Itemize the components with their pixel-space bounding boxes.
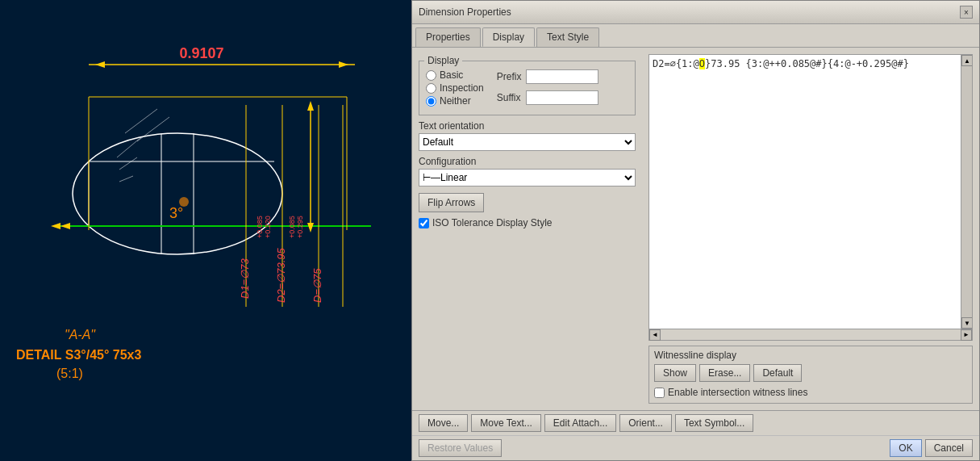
radio-neither-label: Neither bbox=[440, 95, 471, 107]
intersection-witness-label: Enable intersection witness lines bbox=[668, 387, 807, 398]
move-button[interactable]: Move... bbox=[419, 414, 468, 432]
text-orientation-section: Text orientation Default Horizontal Vert… bbox=[419, 120, 636, 151]
witnessline-buttons: Show Erase... Default bbox=[649, 363, 972, 385]
scroll-down-arrow[interactable]: ▼ bbox=[961, 317, 972, 329]
dimension-text-content[interactable]: D2=∅{1:@O}73.95 {3:@++0.085@#}{4:@-+0.29… bbox=[649, 55, 961, 329]
svg-text:DETAIL S3°/45° 75x3: DETAIL S3°/45° 75x3 bbox=[16, 348, 141, 362]
radio-neither-row: Neither bbox=[426, 95, 484, 107]
radio-basic-label: Basic bbox=[440, 69, 463, 81]
prefix-input[interactable] bbox=[526, 69, 598, 84]
dialog-right-panel: D2=∅{1:@O}73.95 {3:@++0.085@#}{4:@-+0.29… bbox=[642, 48, 979, 410]
text-orientation-select[interactable]: Default Horizontal Vertical bbox=[419, 133, 636, 151]
svg-text:+0.085: +0.085 bbox=[256, 216, 264, 238]
dialog-left-panel: Display Basic Inspection bbox=[412, 48, 642, 410]
edit-attach-button[interactable]: Edit Attach... bbox=[544, 414, 616, 432]
radio-basic[interactable] bbox=[426, 70, 436, 81]
scroll-thumb bbox=[961, 66, 972, 317]
dialog-title-bar: Dimension Properties × bbox=[412, 1, 979, 24]
dialog-title: Dimension Properties bbox=[419, 6, 511, 18]
orient-button[interactable]: Orient... bbox=[619, 414, 672, 432]
ok-cancel-group: OK Cancel bbox=[890, 439, 973, 457]
text-symbol-button[interactable]: Text Symbol... bbox=[675, 414, 753, 432]
suffix-input[interactable] bbox=[526, 90, 598, 105]
restore-values-button[interactable]: Restore Values bbox=[419, 439, 502, 457]
radio-basic-row: Basic bbox=[426, 69, 484, 81]
witnessline-section: Witnessline display Show Erase... Defaul… bbox=[648, 346, 973, 404]
scroll-left-arrow[interactable]: ◄ bbox=[649, 329, 661, 341]
suffix-row: Suffix bbox=[497, 90, 599, 105]
text-area-scroll-wrapper: D2=∅{1:@O}73.95 {3:@++0.085@#}{4:@-+0.29… bbox=[649, 55, 972, 329]
svg-text:"A-A": "A-A" bbox=[65, 328, 96, 342]
cancel-button[interactable]: Cancel bbox=[925, 439, 973, 457]
iso-tolerance-checkbox[interactable] bbox=[419, 218, 429, 228]
display-group-title: Display bbox=[424, 55, 462, 66]
svg-rect-0 bbox=[0, 0, 411, 461]
radio-neither[interactable] bbox=[426, 96, 436, 107]
dimension-text-area-container: D2=∅{1:@O}73.95 {3:@++0.085@#}{4:@-+0.29… bbox=[648, 54, 973, 341]
configuration-label: Configuration bbox=[419, 156, 636, 167]
bottom-action-buttons: Move... Move Text... Edit Attach... Orie… bbox=[412, 410, 979, 435]
svg-text:(5:1): (5:1) bbox=[56, 367, 83, 380]
dimension-properties-dialog: Dimension Properties × Properties Displa… bbox=[411, 0, 980, 461]
svg-text:+0.085: +0.085 bbox=[288, 216, 296, 238]
svg-point-29 bbox=[179, 197, 189, 207]
prefix-suffix-group: Prefix Suffix bbox=[497, 69, 599, 108]
display-radio-group: Basic Inspection Neither bbox=[426, 69, 484, 108]
prefix-label: Prefix bbox=[497, 71, 522, 82]
erase-button[interactable]: Erase... bbox=[699, 364, 750, 382]
text-orientation-label: Text orientation bbox=[419, 120, 636, 132]
dialog-content: Display Basic Inspection bbox=[412, 48, 979, 410]
bottom-ok-cancel-buttons: Restore Values OK Cancel bbox=[412, 435, 979, 460]
ok-button[interactable]: OK bbox=[890, 439, 921, 457]
svg-text:+0.295: +0.295 bbox=[296, 216, 304, 238]
text-horizontal-scrollbar[interactable]: ◄ ► bbox=[649, 329, 972, 340]
dialog-tabs: Properties Display Text Style bbox=[412, 24, 979, 48]
prefix-row: Prefix bbox=[497, 69, 599, 84]
scroll-right-arrow[interactable]: ► bbox=[961, 329, 972, 341]
iso-tolerance-row: ISO Tolerance Display Style bbox=[419, 217, 636, 228]
scroll-up-arrow[interactable]: ▲ bbox=[961, 55, 972, 66]
tab-text-style[interactable]: Text Style bbox=[536, 27, 599, 47]
cad-drawing-panel: 0.9107 D1=∅73 D2=∅73.95 D=∅75 +0.085 +0.… bbox=[0, 0, 411, 461]
move-text-button[interactable]: Move Text... bbox=[471, 414, 540, 432]
flip-arrows-container: Flip Arrows bbox=[419, 191, 636, 212]
close-button[interactable]: × bbox=[960, 6, 973, 19]
svg-text:+0.220: +0.220 bbox=[264, 216, 272, 238]
intersection-witness-checkbox[interactable] bbox=[654, 388, 665, 398]
svg-text:0.9107: 0.9107 bbox=[179, 45, 223, 61]
default-button[interactable]: Default bbox=[753, 364, 802, 382]
svg-text:3°: 3° bbox=[169, 205, 183, 221]
flip-arrows-button[interactable]: Flip Arrows bbox=[419, 193, 484, 212]
tab-properties[interactable]: Properties bbox=[415, 27, 481, 47]
radio-inspection-row: Inspection bbox=[426, 82, 484, 94]
show-button[interactable]: Show bbox=[654, 364, 696, 382]
radio-inspection[interactable] bbox=[426, 83, 436, 94]
highlight-span: O bbox=[699, 58, 705, 69]
intersection-witness-row: Enable intersection witness lines bbox=[649, 385, 972, 403]
radio-inspection-label: Inspection bbox=[440, 82, 484, 94]
display-group: Display Basic Inspection bbox=[419, 61, 636, 115]
svg-text:D1=∅73: D1=∅73 bbox=[239, 258, 251, 299]
iso-tolerance-label: ISO Tolerance Display Style bbox=[432, 217, 553, 228]
svg-text:D=∅75: D=∅75 bbox=[311, 268, 323, 303]
suffix-label: Suffix bbox=[497, 92, 521, 103]
witnessline-title: Witnessline display bbox=[649, 346, 972, 363]
tab-display[interactable]: Display bbox=[482, 27, 535, 47]
svg-text:D2=∅73.95: D2=∅73.95 bbox=[275, 247, 287, 303]
text-vertical-scrollbar[interactable]: ▲ ▼ bbox=[961, 55, 972, 329]
configuration-section: Configuration ⊢—Linear Angular Radial bbox=[419, 156, 636, 186]
configuration-select[interactable]: ⊢—Linear Angular Radial bbox=[419, 169, 636, 186]
